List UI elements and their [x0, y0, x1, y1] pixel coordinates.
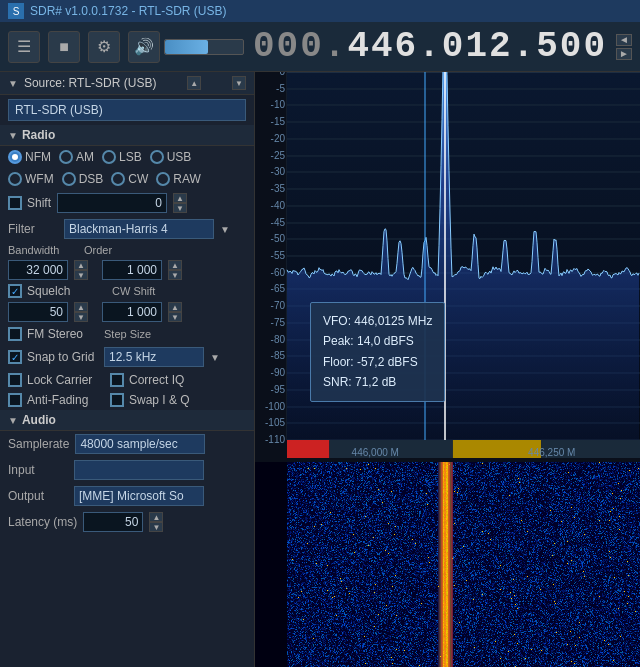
- mode-nfm[interactable]: NFM: [8, 150, 51, 164]
- bandwidth-input[interactable]: [8, 260, 68, 280]
- mode-wfm[interactable]: WFM: [8, 172, 54, 186]
- radio-cw-circle: [111, 172, 125, 186]
- order-input[interactable]: [102, 260, 162, 280]
- cwshift-up[interactable]: ▲: [168, 302, 182, 312]
- waterfall-container: [255, 462, 640, 667]
- samplerate-label: Samplerate: [8, 437, 69, 451]
- squelch-input[interactable]: [8, 302, 68, 322]
- bw-labels-row: Bandwidth Order: [0, 242, 254, 258]
- mode-am-label: AM: [76, 150, 94, 164]
- bw-down[interactable]: ▼: [74, 270, 88, 280]
- output-select[interactable]: [MME] Microsoft So: [74, 486, 204, 506]
- latency-input[interactable]: [83, 512, 143, 532]
- shift-spinner: ▲ ▼: [173, 193, 187, 213]
- cwshift-input[interactable]: [102, 302, 162, 322]
- mode-cw[interactable]: CW: [111, 172, 148, 186]
- settings-icon: ⚙: [97, 37, 111, 56]
- correct-iq-check[interactable]: Correct IQ: [110, 373, 184, 387]
- order-up[interactable]: ▲: [168, 260, 182, 270]
- filter-arrow: ▼: [220, 224, 230, 235]
- tooltip-snr: SNR: 71,2 dB: [323, 372, 432, 392]
- shift-up[interactable]: ▲: [173, 193, 187, 203]
- radio-nfm-circle: [8, 150, 22, 164]
- device-select[interactable]: RTL-SDR (USB): [8, 99, 246, 121]
- cwshift-down[interactable]: ▼: [168, 312, 182, 322]
- mode-am[interactable]: AM: [59, 150, 94, 164]
- lock-carrier-check[interactable]: Lock Carrier: [8, 373, 98, 387]
- waterfall-canvas: [255, 462, 640, 667]
- snap-check[interactable]: Snap to Grid: [8, 350, 98, 364]
- mode-usb[interactable]: USB: [150, 150, 192, 164]
- lock-correct-row: Lock Carrier Correct IQ: [0, 370, 254, 390]
- shift-check[interactable]: Shift: [8, 196, 51, 210]
- radio-raw-circle: [156, 172, 170, 186]
- fmstereo-stepsize-row: FM Stereo Step Size: [0, 324, 254, 344]
- latency-down[interactable]: ▼: [149, 522, 163, 532]
- anti-fading-check[interactable]: Anti-Fading: [8, 393, 98, 407]
- settings-button[interactable]: ⚙: [88, 31, 120, 63]
- output-row: Output [MME] Microsoft So: [0, 483, 254, 509]
- mode-wfm-label: WFM: [25, 172, 54, 186]
- audio-section-header[interactable]: ▼ Audio: [0, 410, 254, 431]
- main-area: ▼ Source: RTL-SDR (USB) ▲ ▼ RTL-SDR (USB…: [0, 72, 640, 667]
- menu-button[interactable]: ☰: [8, 31, 40, 63]
- left-panel: ▼ Source: RTL-SDR (USB) ▲ ▼ RTL-SDR (USB…: [0, 72, 255, 667]
- filter-select[interactable]: Blackman-Harris 4: [64, 219, 214, 239]
- input-select[interactable]: [74, 460, 204, 480]
- spectrum-container: VFO: 446,0125 MHz Peak: 14,0 dBFS Floor:…: [255, 72, 640, 462]
- squelch-labels-row: Squelch CW Shift: [0, 282, 254, 300]
- freq-arrows: ◄ ►: [616, 34, 632, 60]
- latency-up[interactable]: ▲: [149, 512, 163, 522]
- order-down[interactable]: ▼: [168, 270, 182, 280]
- freq-arrow-left[interactable]: ◄: [616, 34, 632, 46]
- squelch-up[interactable]: ▲: [74, 302, 88, 312]
- squelch-down[interactable]: ▼: [74, 312, 88, 322]
- bw-up[interactable]: ▲: [74, 260, 88, 270]
- snap-select[interactable]: 12.5 kHz 5 kHz 6.25 kHz 25 kHz: [104, 347, 204, 367]
- latency-label: Latency (ms): [8, 515, 77, 529]
- scroll-up[interactable]: ▲: [187, 76, 201, 90]
- stop-button[interactable]: ■: [48, 31, 80, 63]
- lock-carrier-label: Lock Carrier: [27, 373, 92, 387]
- scroll-down[interactable]: ▼: [232, 76, 246, 90]
- snap-arrow: ▼: [210, 352, 220, 363]
- squelch-spinner: ▲ ▼: [74, 302, 88, 322]
- mode-raw[interactable]: RAW: [156, 172, 201, 186]
- tooltip-vfo: VFO: 446,0125 MHz: [323, 311, 432, 331]
- squelch-checkbox: [8, 284, 22, 298]
- mode-usb-label: USB: [167, 150, 192, 164]
- app-title: SDR# v1.0.0.1732 - RTL-SDR (USB): [30, 4, 227, 18]
- audio-button[interactable]: 🔊: [128, 31, 160, 63]
- fm-stereo-check[interactable]: FM Stereo: [8, 327, 98, 341]
- freq-arrow-right[interactable]: ►: [616, 48, 632, 60]
- audio-icon: 🔊: [134, 37, 154, 56]
- snap-checkbox: [8, 350, 22, 364]
- shift-input[interactable]: [57, 193, 167, 213]
- radio-dsb-circle: [62, 172, 76, 186]
- squelch-values-row: ▲ ▼ ▲ ▼: [0, 300, 254, 324]
- radio-row-1: NFM AM LSB USB: [0, 146, 254, 168]
- shift-down[interactable]: ▼: [173, 203, 187, 213]
- shift-label: Shift: [27, 196, 51, 210]
- samplerate-select[interactable]: 48000 sample/sec: [75, 434, 205, 454]
- latency-spinner: ▲ ▼: [149, 512, 163, 532]
- squelch-label: Squelch: [27, 284, 70, 298]
- freq-main: 446.012.500: [347, 26, 607, 67]
- output-label: Output: [8, 489, 68, 503]
- radio-section-header[interactable]: ▼ Radio: [0, 125, 254, 146]
- snap-row: Snap to Grid 12.5 kHz 5 kHz 6.25 kHz 25 …: [0, 344, 254, 370]
- source-row: ▼ Source: RTL-SDR (USB) ▲ ▼: [0, 72, 254, 95]
- toolbar: ☰ ■ ⚙ 🔊 000.446.012.500 ◄ ►: [0, 22, 640, 72]
- shift-checkbox: [8, 196, 22, 210]
- radio-label: Radio: [22, 128, 55, 142]
- squelch-check[interactable]: Squelch: [8, 284, 98, 298]
- swap-iq-check[interactable]: Swap I & Q: [110, 393, 190, 407]
- freq-prefix: 000.: [253, 26, 347, 67]
- mode-dsb[interactable]: DSB: [62, 172, 104, 186]
- volume-slider[interactable]: [164, 39, 244, 55]
- shift-row: Shift ▲ ▼: [0, 190, 254, 216]
- source-label: Source: RTL-SDR (USB): [24, 76, 156, 90]
- radio-row-2: WFM DSB CW RAW: [0, 168, 254, 190]
- mode-nfm-label: NFM: [25, 150, 51, 164]
- mode-lsb[interactable]: LSB: [102, 150, 142, 164]
